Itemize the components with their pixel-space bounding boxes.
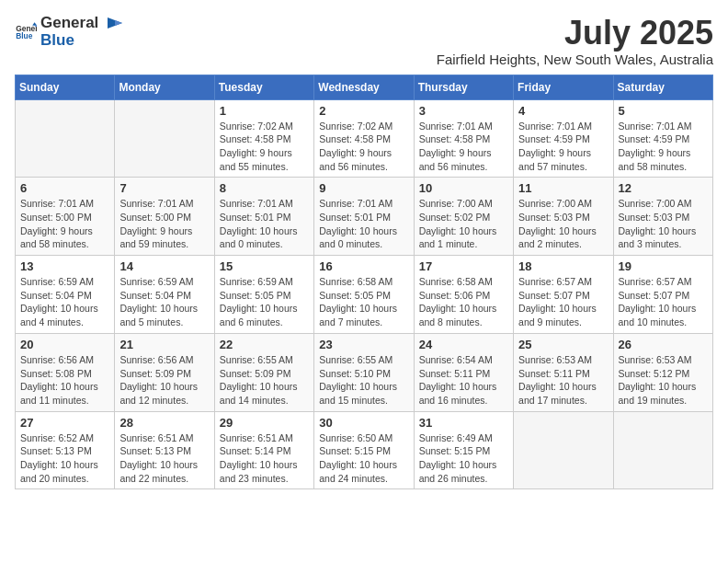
calendar-cell: 17Sunrise: 6:58 AM Sunset: 5:06 PM Dayli…	[414, 256, 513, 334]
day-info: Sunrise: 7:00 AM Sunset: 5:02 PM Dayligh…	[419, 197, 508, 251]
calendar-cell: 4Sunrise: 7:01 AM Sunset: 4:59 PM Daylig…	[514, 99, 613, 178]
day-number: 25	[518, 338, 608, 351]
calendar-cell	[514, 411, 613, 489]
calendar-week-row: 13Sunrise: 6:59 AM Sunset: 5:04 PM Dayli…	[16, 256, 713, 334]
day-number: 11	[518, 181, 608, 195]
calendar-cell: 21Sunrise: 6:56 AM Sunset: 5:09 PM Dayli…	[115, 333, 214, 411]
calendar-cell: 22Sunrise: 6:55 AM Sunset: 5:09 PM Dayli…	[214, 333, 313, 411]
weekday-header-monday: Monday	[115, 75, 214, 99]
day-number: 12	[619, 181, 708, 195]
day-info: Sunrise: 6:53 AM Sunset: 5:11 PM Dayligh…	[518, 353, 608, 408]
day-number: 15	[220, 259, 309, 273]
calendar-week-row: 20Sunrise: 6:56 AM Sunset: 5:08 PM Dayli…	[16, 333, 713, 411]
day-number: 30	[319, 416, 408, 430]
day-info: Sunrise: 7:00 AM Sunset: 5:03 PM Dayligh…	[518, 197, 608, 251]
calendar-cell: 19Sunrise: 6:57 AM Sunset: 5:07 PM Dayli…	[613, 256, 712, 334]
calendar-cell: 31Sunrise: 6:49 AM Sunset: 5:15 PM Dayli…	[414, 411, 513, 489]
day-info: Sunrise: 7:01 AM Sunset: 4:58 PM Dayligh…	[419, 120, 508, 174]
logo: General Blue General Blue	[15, 15, 124, 49]
calendar-week-row: 6Sunrise: 7:01 AM Sunset: 5:00 PM Daylig…	[16, 178, 713, 256]
day-info: Sunrise: 7:02 AM Sunset: 4:58 PM Dayligh…	[220, 120, 309, 174]
day-info: Sunrise: 6:59 AM Sunset: 5:05 PM Dayligh…	[220, 275, 309, 329]
calendar-cell: 12Sunrise: 7:00 AM Sunset: 5:03 PM Dayli…	[613, 178, 712, 256]
title-area: July 2025 Fairfield Heights, New South W…	[437, 15, 713, 67]
calendar-cell: 20Sunrise: 6:56 AM Sunset: 5:08 PM Dayli…	[16, 333, 115, 411]
day-number: 28	[119, 416, 209, 430]
day-info: Sunrise: 6:49 AM Sunset: 5:15 PM Dayligh…	[419, 431, 508, 486]
weekday-header-wednesday: Wednesday	[314, 75, 414, 99]
calendar-week-row: 27Sunrise: 6:52 AM Sunset: 5:13 PM Dayli…	[16, 411, 713, 489]
calendar-cell: 3Sunrise: 7:01 AM Sunset: 4:58 PM Daylig…	[414, 99, 513, 178]
calendar-cell: 10Sunrise: 7:00 AM Sunset: 5:02 PM Dayli…	[414, 178, 513, 256]
day-info: Sunrise: 7:01 AM Sunset: 5:01 PM Dayligh…	[220, 197, 309, 251]
svg-text:Blue: Blue	[16, 31, 33, 40]
day-info: Sunrise: 6:56 AM Sunset: 5:09 PM Dayligh…	[119, 353, 209, 408]
location-title: Fairfield Heights, New South Wales, Aust…	[437, 52, 713, 67]
day-number: 2	[319, 104, 408, 118]
day-number: 5	[619, 104, 708, 118]
calendar-cell: 23Sunrise: 6:55 AM Sunset: 5:10 PM Dayli…	[314, 333, 414, 411]
day-info: Sunrise: 6:57 AM Sunset: 5:07 PM Dayligh…	[619, 275, 708, 329]
calendar-cell: 2Sunrise: 7:02 AM Sunset: 4:58 PM Daylig…	[314, 99, 414, 178]
day-number: 22	[220, 338, 309, 351]
logo-general-text: General	[40, 15, 98, 32]
day-info: Sunrise: 6:59 AM Sunset: 5:04 PM Dayligh…	[20, 275, 109, 329]
calendar-cell: 5Sunrise: 7:01 AM Sunset: 4:59 PM Daylig…	[613, 99, 712, 178]
day-number: 23	[319, 338, 408, 351]
day-info: Sunrise: 6:54 AM Sunset: 5:11 PM Dayligh…	[419, 353, 508, 408]
day-number: 29	[220, 416, 309, 430]
weekday-header-friday: Friday	[514, 75, 613, 99]
calendar-cell: 16Sunrise: 6:58 AM Sunset: 5:05 PM Dayli…	[314, 256, 414, 334]
weekday-header-saturday: Saturday	[613, 75, 712, 99]
day-number: 17	[419, 259, 508, 273]
calendar-cell: 1Sunrise: 7:02 AM Sunset: 4:58 PM Daylig…	[214, 99, 313, 178]
logo-icon: General Blue	[15, 21, 37, 43]
day-info: Sunrise: 6:51 AM Sunset: 5:14 PM Dayligh…	[220, 431, 309, 486]
logo-blue-text: Blue	[40, 32, 98, 50]
day-number: 27	[20, 416, 109, 430]
day-number: 3	[419, 104, 508, 118]
day-number: 26	[619, 338, 708, 351]
day-number: 9	[319, 181, 408, 195]
calendar-cell: 14Sunrise: 6:59 AM Sunset: 5:04 PM Dayli…	[115, 256, 214, 334]
day-info: Sunrise: 6:55 AM Sunset: 5:09 PM Dayligh…	[220, 353, 309, 408]
day-number: 4	[518, 104, 608, 118]
calendar-cell: 27Sunrise: 6:52 AM Sunset: 5:13 PM Dayli…	[16, 411, 115, 489]
calendar-cell: 24Sunrise: 6:54 AM Sunset: 5:11 PM Dayli…	[414, 333, 513, 411]
flag-icon	[106, 16, 124, 34]
weekday-header-sunday: Sunday	[16, 75, 115, 99]
day-number: 13	[20, 259, 109, 273]
calendar-week-row: 1Sunrise: 7:02 AM Sunset: 4:58 PM Daylig…	[16, 99, 713, 178]
day-info: Sunrise: 6:59 AM Sunset: 5:04 PM Dayligh…	[119, 275, 209, 329]
day-info: Sunrise: 7:02 AM Sunset: 4:58 PM Dayligh…	[319, 120, 408, 174]
weekday-header-tuesday: Tuesday	[214, 75, 313, 99]
page-header: General Blue General Blue July 2025 Fair…	[15, 15, 713, 67]
day-number: 14	[119, 259, 209, 273]
calendar-cell: 15Sunrise: 6:59 AM Sunset: 5:05 PM Dayli…	[214, 256, 313, 334]
calendar-cell: 18Sunrise: 6:57 AM Sunset: 5:07 PM Dayli…	[514, 256, 613, 334]
day-number: 16	[319, 259, 408, 273]
calendar-cell	[16, 99, 115, 178]
day-number: 31	[419, 416, 508, 430]
day-info: Sunrise: 6:58 AM Sunset: 5:05 PM Dayligh…	[319, 275, 408, 329]
calendar-table: SundayMondayTuesdayWednesdayThursdayFrid…	[15, 75, 713, 490]
day-info: Sunrise: 6:51 AM Sunset: 5:13 PM Dayligh…	[119, 431, 209, 486]
day-number: 20	[20, 338, 109, 351]
day-number: 19	[619, 259, 708, 273]
calendar-cell: 30Sunrise: 6:50 AM Sunset: 5:15 PM Dayli…	[314, 411, 414, 489]
calendar-cell: 28Sunrise: 6:51 AM Sunset: 5:13 PM Dayli…	[115, 411, 214, 489]
calendar-cell: 9Sunrise: 7:01 AM Sunset: 5:01 PM Daylig…	[314, 178, 414, 256]
calendar-cell: 29Sunrise: 6:51 AM Sunset: 5:14 PM Dayli…	[214, 411, 313, 489]
calendar-cell: 13Sunrise: 6:59 AM Sunset: 5:04 PM Dayli…	[16, 256, 115, 334]
day-info: Sunrise: 7:01 AM Sunset: 5:01 PM Dayligh…	[319, 197, 408, 251]
day-number: 10	[419, 181, 508, 195]
day-info: Sunrise: 7:01 AM Sunset: 5:00 PM Dayligh…	[119, 197, 209, 251]
calendar-cell	[115, 99, 214, 178]
day-info: Sunrise: 6:57 AM Sunset: 5:07 PM Dayligh…	[518, 275, 608, 329]
day-info: Sunrise: 6:50 AM Sunset: 5:15 PM Dayligh…	[319, 431, 408, 486]
day-info: Sunrise: 7:01 AM Sunset: 4:59 PM Dayligh…	[619, 120, 708, 174]
day-number: 24	[419, 338, 508, 351]
calendar-cell	[613, 411, 712, 489]
svg-marker-5	[115, 20, 122, 26]
day-info: Sunrise: 7:01 AM Sunset: 5:00 PM Dayligh…	[20, 197, 109, 251]
